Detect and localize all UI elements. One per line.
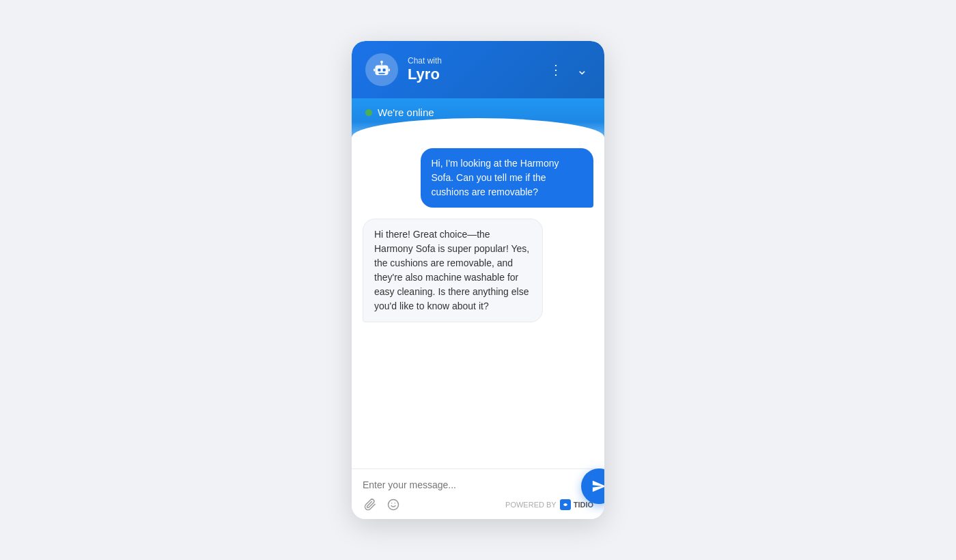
tidio-logo-icon [560, 499, 571, 510]
user-message-bubble: Hi, I'm looking at the Harmony Sofa. Can… [421, 148, 594, 208]
svg-rect-6 [374, 68, 375, 71]
bot-name: Lyro [408, 66, 537, 83]
svg-rect-5 [378, 73, 385, 74]
input-toolbar: POWERED BY TIDIO [363, 497, 593, 512]
user-message-text: Hi, I'm looking at the Harmony Sofa. Can… [432, 158, 559, 197]
message-input[interactable] [363, 479, 593, 497]
chat-with-label: Chat with [408, 56, 537, 66]
bot-avatar [365, 53, 398, 86]
more-icon: ⋮ [549, 61, 563, 78]
emoji-button[interactable] [386, 497, 401, 512]
robot-icon [371, 59, 393, 81]
powered-by-label: POWERED BY [505, 501, 557, 509]
status-bar: We're online [352, 98, 604, 137]
input-area: POWERED BY TIDIO [352, 468, 604, 519]
messages-area: Hi, I'm looking at the Harmony Sofa. Can… [352, 137, 604, 468]
chevron-down-icon: ⌄ [576, 61, 588, 78]
powered-by: POWERED BY TIDIO [505, 499, 593, 510]
chat-header: Chat with Lyro ⋮ ⌄ [352, 41, 604, 98]
online-status-dot [365, 109, 372, 116]
svg-rect-7 [389, 68, 390, 71]
svg-rect-4 [383, 68, 386, 71]
emoji-icon [387, 499, 399, 511]
send-icon [591, 479, 604, 494]
message-row: Hi, I'm looking at the Harmony Sofa. Can… [363, 148, 593, 208]
header-actions: ⋮ ⌄ [546, 59, 591, 81]
attach-button[interactable] [363, 497, 378, 512]
input-icons [363, 497, 401, 512]
svg-point-8 [389, 500, 399, 510]
header-text: Chat with Lyro [408, 56, 537, 83]
chat-widget: Chat with Lyro ⋮ ⌄ We're online Hi, I'm … [352, 41, 604, 519]
status-text: We're online [378, 107, 434, 118]
minimize-button[interactable]: ⌄ [574, 59, 591, 81]
bot-message-text: Hi there! Great choice—the Harmony Sofa … [374, 229, 529, 311]
paperclip-icon [364, 499, 376, 511]
svg-rect-3 [378, 68, 380, 71]
svg-point-2 [380, 61, 383, 64]
bot-message-bubble: Hi there! Great choice—the Harmony Sofa … [363, 219, 543, 322]
more-options-button[interactable]: ⋮ [546, 59, 565, 81]
message-row: Hi there! Great choice—the Harmony Sofa … [363, 219, 593, 322]
